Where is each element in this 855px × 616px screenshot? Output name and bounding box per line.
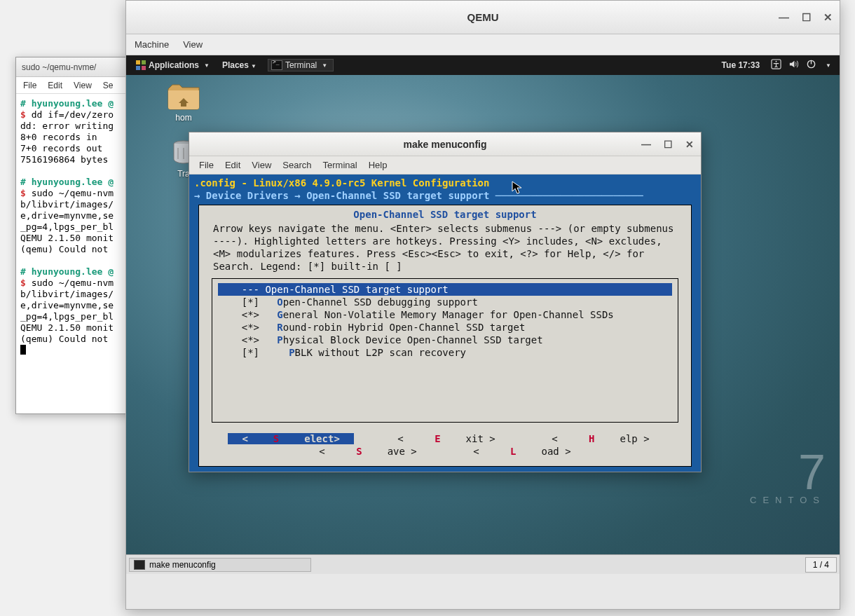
menuconfig-title: make menuconfig bbox=[189, 139, 701, 150]
centos-name: CENTOS bbox=[750, 495, 826, 505]
mc-menu-edit[interactable]: Edit bbox=[225, 160, 240, 170]
minimize-button[interactable]: — bbox=[641, 139, 651, 150]
qemu-titlebar[interactable]: QEMU — ☐ ✕ bbox=[126, 1, 840, 34]
host-menu-edit[interactable]: Edit bbox=[48, 81, 62, 90]
menuconfig-option[interactable]: <*> Round-robin Hybrid Open-Channel SSD … bbox=[218, 321, 672, 334]
menuconfig-window-controls: — ☐ ✕ bbox=[641, 139, 694, 150]
home-folder-label: hom bbox=[175, 113, 191, 123]
maximize-button[interactable]: ☐ bbox=[664, 139, 673, 150]
menuconfig-menubar: File Edit View Search Terminal Help bbox=[189, 156, 701, 174]
select-button[interactable]: <Select> bbox=[228, 433, 353, 444]
home-folder-icon[interactable]: hom bbox=[167, 82, 200, 123]
volume-icon[interactable] bbox=[788, 59, 799, 71]
centos-version: 7 bbox=[750, 453, 826, 492]
host-menu-file[interactable]: File bbox=[23, 81, 36, 90]
dropdown-icon: ▼ bbox=[826, 62, 831, 69]
minimize-button[interactable]: — bbox=[779, 11, 789, 24]
centos-brand: 7 CENTOS bbox=[750, 453, 826, 505]
menuconfig-option[interactable]: <*> General Non-Volatile Memory Manager … bbox=[218, 308, 672, 321]
dropdown-icon: ▼ bbox=[322, 62, 327, 69]
mc-menu-help[interactable]: Help bbox=[369, 160, 388, 170]
mc-menu-view[interactable]: View bbox=[252, 160, 271, 170]
system-tray: ▼ bbox=[767, 59, 835, 71]
host-terminal-title: sudo ~/qemu-nvme/ bbox=[22, 62, 96, 72]
maximize-button[interactable]: ☐ bbox=[802, 11, 811, 24]
svg-rect-3 bbox=[142, 66, 146, 70]
qemu-window-controls: — ☐ ✕ bbox=[779, 11, 833, 24]
menuconfig-window: make menuconfig — ☐ ✕ File Edit View Sea… bbox=[189, 132, 702, 472]
dropdown-icon: ▼ bbox=[251, 63, 256, 69]
menuconfig-option[interactable]: [*] Open-Channel SSD debugging support bbox=[218, 296, 672, 308]
svg-rect-2 bbox=[136, 66, 140, 70]
menuconfig-header: .config - Linux/x86 4.9.0-rc5 Kernel Con… bbox=[191, 177, 699, 202]
close-button[interactable]: ✕ bbox=[823, 11, 833, 24]
taskbar-item-label: make menuconfig bbox=[149, 560, 216, 570]
applications-icon bbox=[136, 60, 146, 70]
mc-menu-file[interactable]: File bbox=[199, 160, 214, 170]
qemu-menu-machine[interactable]: Machine bbox=[135, 39, 169, 50]
mc-menu-search[interactable]: Search bbox=[282, 160, 311, 170]
terminal-launcher[interactable]: Terminal▼ bbox=[268, 59, 334, 71]
menuconfig-dialog: Open-Channel SSD target support Arrow ke… bbox=[198, 205, 692, 467]
menuconfig-terminal[interactable]: .config - Linux/x86 4.9.0-rc5 Kernel Con… bbox=[189, 174, 701, 472]
qemu-menubar: Machine View bbox=[126, 34, 840, 55]
svg-rect-1 bbox=[142, 60, 146, 64]
menuconfig-option[interactable]: [*] PBLK without L2P scan recovery bbox=[218, 346, 672, 359]
help-button[interactable]: < Help > bbox=[539, 433, 662, 444]
applications-menu[interactable]: Applications▼ bbox=[130, 60, 215, 70]
terminal-icon bbox=[134, 560, 145, 570]
menuconfig-option[interactable]: <*> Physical Block Device Open-Channel S… bbox=[218, 334, 672, 346]
svg-point-5 bbox=[776, 61, 777, 62]
save-button[interactable]: < Save > bbox=[306, 446, 429, 457]
exit-button[interactable]: < Exit > bbox=[385, 433, 507, 444]
menuconfig-dialog-title: Open-Channel SSD target support bbox=[199, 208, 691, 222]
gnome-bottom-panel: make menuconfig 1 / 4 bbox=[126, 554, 840, 574]
terminal-launcher-label: Terminal bbox=[285, 60, 317, 70]
workspace-switcher[interactable]: 1 / 4 bbox=[805, 557, 837, 573]
taskbar-item-menuconfig[interactable]: make menuconfig bbox=[129, 558, 311, 572]
places-menu[interactable]: Places▼ bbox=[215, 60, 264, 70]
dropdown-icon: ▼ bbox=[204, 62, 210, 69]
menuconfig-option[interactable]: --- Open-Channel SSD target support bbox=[218, 283, 672, 296]
load-button[interactable]: < Load > bbox=[460, 446, 583, 457]
host-menu-view[interactable]: View bbox=[74, 81, 92, 90]
clock[interactable]: Tue 17:33 bbox=[715, 60, 767, 70]
terminal-icon bbox=[271, 60, 282, 70]
qemu-title: QEMU bbox=[126, 11, 840, 23]
host-menu-search[interactable]: Se bbox=[103, 81, 114, 90]
mc-menu-terminal[interactable]: Terminal bbox=[323, 160, 357, 170]
svg-rect-0 bbox=[136, 60, 140, 64]
menuconfig-titlebar[interactable]: make menuconfig — ☐ ✕ bbox=[189, 132, 701, 156]
menuconfig-buttons: <Select> < Exit > < Help > < Save > < Lo… bbox=[199, 423, 691, 462]
menuconfig-instructions: Arrow keys navigate the menu. <Enter> se… bbox=[199, 222, 691, 278]
applications-label: Applications bbox=[149, 60, 199, 70]
accessibility-icon[interactable] bbox=[771, 59, 781, 71]
menuconfig-option-list[interactable]: --- Open-Channel SSD target support [*] … bbox=[212, 278, 678, 423]
qemu-menu-view[interactable]: View bbox=[183, 39, 203, 50]
close-button[interactable]: ✕ bbox=[685, 139, 694, 150]
power-icon[interactable] bbox=[806, 59, 816, 71]
gnome-top-panel: Applications▼ Places▼ Terminal▼ Tue 17:3… bbox=[126, 55, 840, 75]
